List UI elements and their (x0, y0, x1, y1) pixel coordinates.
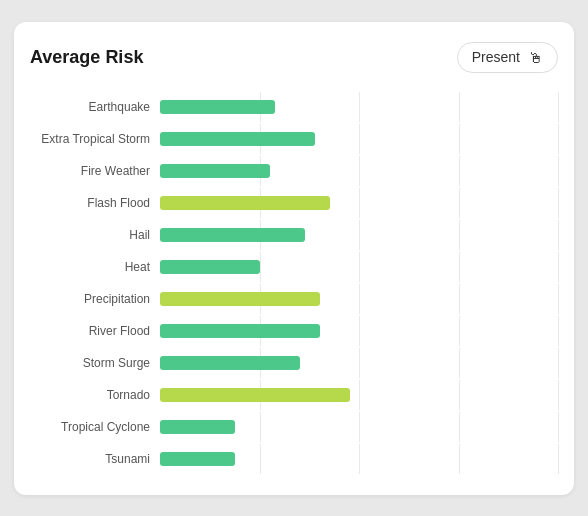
row-label: Fire Weather (30, 164, 160, 178)
chart-row: Tsunami (30, 443, 558, 475)
bar-track (160, 324, 558, 338)
bar-track (160, 420, 558, 434)
dropdown-label: Present (472, 49, 520, 65)
row-label: Storm Surge (30, 356, 160, 370)
chart-row: Tornado (30, 379, 558, 411)
bar-track (160, 132, 558, 146)
chart-row: Flash Flood (30, 187, 558, 219)
row-label: Hail (30, 228, 160, 242)
risk-bar (160, 420, 235, 434)
chart-area: EarthquakeExtra Tropical StormFire Weath… (30, 91, 558, 475)
chart-row: Extra Tropical Storm (30, 123, 558, 155)
risk-bar (160, 100, 275, 114)
card-header: Average Risk Present 🖱 (30, 42, 558, 73)
risk-bar (160, 164, 270, 178)
row-label: Tornado (30, 388, 160, 402)
bar-track (160, 292, 558, 306)
bar-track (160, 356, 558, 370)
card-title: Average Risk (30, 47, 143, 68)
average-risk-card: Average Risk Present 🖱 EarthquakeExtra T… (14, 22, 574, 495)
bar-track (160, 100, 558, 114)
chart-row: Heat (30, 251, 558, 283)
chart-row: Precipitation (30, 283, 558, 315)
chart-row: Storm Surge (30, 347, 558, 379)
row-label: Flash Flood (30, 196, 160, 210)
row-label: River Flood (30, 324, 160, 338)
risk-bar (160, 196, 330, 210)
risk-bar (160, 260, 260, 274)
chart-row: Earthquake (30, 91, 558, 123)
risk-bar (160, 292, 320, 306)
chart-row: Tropical Cyclone (30, 411, 558, 443)
time-period-dropdown[interactable]: Present 🖱 (457, 42, 558, 73)
risk-bar (160, 132, 315, 146)
bar-track (160, 228, 558, 242)
chart-row: Fire Weather (30, 155, 558, 187)
chart-row: River Flood (30, 315, 558, 347)
bar-track (160, 452, 558, 466)
bar-track (160, 164, 558, 178)
row-label: Precipitation (30, 292, 160, 306)
row-label: Tropical Cyclone (30, 420, 160, 434)
risk-bar (160, 356, 300, 370)
bar-track (160, 260, 558, 274)
chart-row: Hail (30, 219, 558, 251)
cursor-icon: 🖱 (528, 49, 543, 66)
row-label: Heat (30, 260, 160, 274)
bar-track (160, 388, 558, 402)
risk-bar (160, 452, 235, 466)
row-label: Earthquake (30, 100, 160, 114)
risk-bar (160, 388, 350, 402)
bar-track (160, 196, 558, 210)
risk-bar (160, 324, 320, 338)
row-label: Tsunami (30, 452, 160, 466)
row-label: Extra Tropical Storm (30, 132, 160, 146)
risk-bar (160, 228, 305, 242)
